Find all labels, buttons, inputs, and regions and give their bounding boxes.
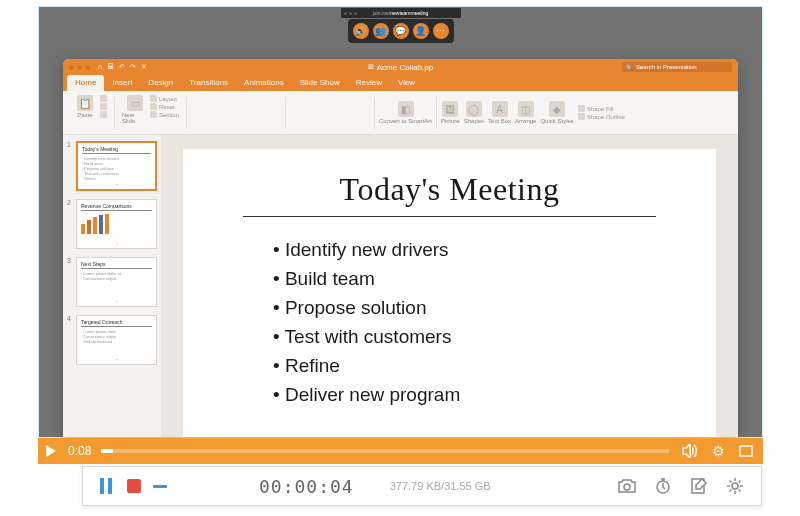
qat-icons[interactable]: ⌂🖫↶↷✕ [98, 63, 147, 71]
url-room: newteammeeting [390, 10, 428, 16]
slide-title: Today's Meeting [243, 171, 656, 217]
screen-recorder-toolbar: 00:00:04 377.79 KB/31.55 GB [82, 466, 762, 506]
settings-icon[interactable]: ⚙ [707, 440, 729, 462]
url-prefix: join.me/ [373, 10, 391, 16]
tab-slideshow[interactable]: Slide Show [292, 75, 348, 91]
current-slide[interactable]: Today's Meeting Identify new drivers Bui… [183, 149, 716, 437]
document-title: Acme Collab.pp [368, 63, 433, 72]
traffic-lights[interactable] [69, 65, 90, 70]
fullscreen-icon[interactable] [735, 440, 757, 462]
slide-bullets: Identify new drivers Build team Propose … [243, 239, 656, 406]
thumbnail-3[interactable]: 3 Next Steps · Lorem ipsum dolor sit· Co… [67, 257, 157, 307]
screen-share-viewport: join.me/newteammeeting 🔊 👥 💬 👤 ⋯ ⌂🖫↶↷✕ A… [38, 6, 763, 438]
play-button[interactable] [38, 438, 64, 464]
picture-button[interactable]: 🖼Picture [441, 101, 460, 124]
thumbnail-2[interactable]: 2 Revenue Comparisons 〜 [67, 199, 157, 249]
reset-button[interactable]: Reset [150, 103, 179, 110]
svg-point-3 [624, 484, 630, 490]
recorder-settings-button[interactable] [723, 477, 747, 495]
recording-elapsed-time: 00:00:04 [259, 476, 354, 497]
minimize-button[interactable] [153, 485, 167, 488]
video-progress-fill [101, 449, 112, 453]
recording-size: 377.79 KB/31.55 GB [390, 480, 491, 492]
ribbon-group-slides: ▭New Slide Layout Reset Section [119, 95, 182, 130]
ribbon-group-paragraph[interactable] [290, 95, 370, 130]
video-player-controls: 0:08 ⚙ [38, 438, 763, 464]
ribbon-tabs: Home Insert Design Transitions Animation… [63, 75, 738, 91]
stop-recording-button[interactable] [127, 479, 141, 493]
slide-thumbnails-panel: 1 Today's Meeting · Identify new drivers… [63, 135, 161, 437]
divider [114, 97, 115, 129]
tab-view[interactable]: View [390, 75, 423, 91]
tab-animations[interactable]: Animations [236, 75, 292, 91]
svg-point-6 [732, 483, 738, 489]
thumbnail-4[interactable]: 4 Targeted Outreach · Lorem ipsum dolor·… [67, 315, 157, 365]
new-slide-button[interactable]: ▭New Slide [122, 95, 148, 124]
arrange-button[interactable]: ◫Arrange [515, 101, 536, 124]
thumbnail-1[interactable]: 1 Today's Meeting · Identify new drivers… [67, 141, 157, 191]
browser-address-bar: join.me/newteammeeting [341, 8, 461, 18]
convert-smartart-button[interactable]: ◧Convert to SmartArt [379, 101, 432, 124]
divider [374, 97, 375, 129]
cut-copy-stack[interactable] [100, 95, 107, 118]
layout-button[interactable]: Layout [150, 95, 179, 102]
shapes-button[interactable]: ◯Shapes [464, 101, 484, 124]
divider [285, 97, 286, 129]
divider [436, 97, 437, 129]
powerpoint-window: ⌂🖫↶↷✕ Acme Collab.pp 🔍 Search in Present… [63, 59, 738, 437]
timer-button[interactable] [651, 477, 675, 495]
ribbon-group-font[interactable] [191, 95, 281, 130]
paste-button[interactable]: 📋Paste [72, 95, 98, 118]
traffic-lights [344, 12, 357, 15]
video-progress-bar[interactable] [101, 449, 669, 453]
section-button[interactable]: Section [150, 111, 179, 118]
quick-styles-button[interactable]: ◆Quick Styles [540, 101, 573, 124]
tab-transitions[interactable]: Transitions [181, 75, 236, 91]
annotate-button[interactable] [687, 477, 711, 495]
window-titlebar: ⌂🖫↶↷✕ Acme Collab.pp 🔍 Search in Present… [63, 59, 738, 75]
tab-home[interactable]: Home [67, 75, 104, 91]
shape-outline-button[interactable]: Shape Outline [578, 113, 625, 120]
text-box-button[interactable]: AText Box [488, 101, 511, 124]
svg-rect-2 [108, 478, 112, 494]
audio-icon[interactable]: 🔊 [353, 23, 369, 39]
meeting-toolbar: 🔊 👥 💬 👤 ⋯ [348, 19, 454, 43]
ribbon: 📋Paste ▭New Slide Layout Reset Section [63, 91, 738, 135]
tab-review[interactable]: Review [348, 75, 390, 91]
chat-icon[interactable]: 💬 [393, 23, 409, 39]
screenshot-button[interactable] [615, 478, 639, 494]
shape-fill-button[interactable]: Shape Fill [578, 105, 625, 112]
tab-design[interactable]: Design [140, 75, 181, 91]
ribbon-group-clipboard: 📋Paste [69, 95, 110, 130]
slide-canvas-area: Today's Meeting Identify new drivers Bui… [161, 135, 738, 437]
video-current-time: 0:08 [68, 444, 91, 458]
volume-icon[interactable] [679, 440, 701, 462]
presentation-search[interactable]: 🔍 Search in Presentation [622, 62, 732, 72]
person-icon[interactable]: 👤 [413, 23, 429, 39]
svg-rect-0 [740, 446, 752, 456]
tab-insert[interactable]: Insert [104, 75, 140, 91]
more-icon[interactable]: ⋯ [433, 23, 449, 39]
participants-icon[interactable]: 👥 [373, 23, 389, 39]
pause-recording-button[interactable] [97, 477, 115, 495]
chart-icon [81, 214, 152, 234]
svg-rect-1 [100, 478, 104, 494]
divider [186, 97, 187, 129]
editor-body: 1 Today's Meeting · Identify new drivers… [63, 135, 738, 437]
